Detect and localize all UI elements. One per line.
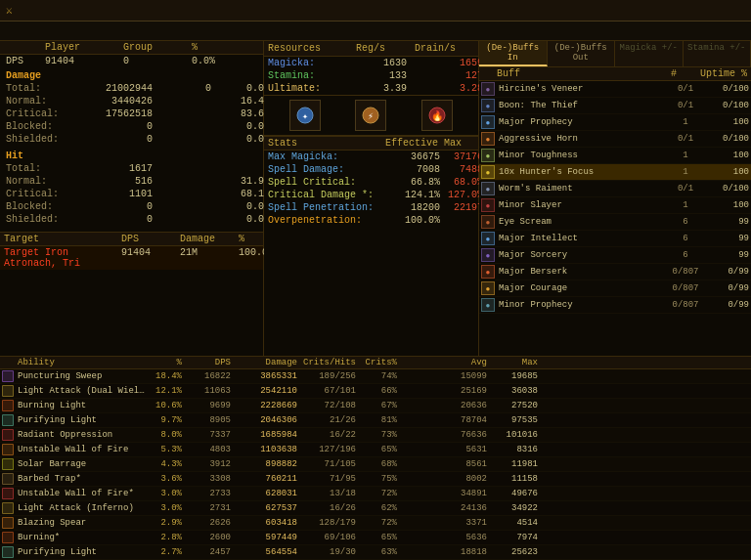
- buff-item: ● Worm's Raiment 0/1 0/100: [479, 181, 751, 197]
- ability-name: Burning*: [18, 533, 145, 542]
- buff-item: ● Eye Scream 6 99: [479, 214, 751, 231]
- ability-avg: 3371: [436, 518, 487, 528]
- ability-dps: 7337: [182, 430, 231, 440]
- left-panel: Player Group % DPS 91404 0 0.0% Damage T…: [0, 41, 264, 356]
- ability-critpct: 75%: [356, 474, 397, 484]
- ability-pct: 12.1%: [145, 386, 182, 396]
- ability-crits: 71/105: [297, 459, 356, 469]
- ability-max: 27520: [487, 401, 538, 410]
- ability-max: 19685: [487, 371, 538, 381]
- maxmagicka-row: Max Magicka: 36675 37176: [264, 151, 478, 163]
- ability-avg: 78704: [436, 415, 487, 425]
- skill-icon-3[interactable]: 🔥: [421, 100, 453, 131]
- ability-row: Burning Light 10.6% 9699 2228669 72/108 …: [0, 399, 751, 413]
- resources-section: Resources Reg/s Drain/s Magicka: 1630 16…: [264, 41, 478, 96]
- buff-uptime: 100: [700, 167, 749, 177]
- skill-icon-2[interactable]: ⚡: [355, 100, 386, 131]
- buff-item: ● Minor Prophecy 0/807 0/99: [479, 297, 751, 314]
- ability-avg: 24136: [436, 503, 487, 513]
- ability-name: Barbed Trap*: [18, 474, 145, 484]
- tab-stamina[interactable]: Stamina +/-: [684, 41, 752, 66]
- ability-row: Unstable Wall of Fire* 3.0% 2733 628031 …: [0, 487, 751, 501]
- spelldmg-row: Spell Damage: 7008 7488: [264, 163, 478, 176]
- buff-icon: ●: [481, 149, 495, 162]
- tab-magicka[interactable]: Magicka +/-: [615, 41, 684, 66]
- col-pct: %: [192, 42, 250, 53]
- ability-row: Light Attack (Dual Wield) 12.1% 11063 25…: [0, 384, 751, 399]
- ability-crits: 16/26: [297, 503, 356, 513]
- mid-icons-row: ✦ ⚡ 🔥: [264, 96, 478, 136]
- magicka-drain: 1659: [415, 58, 483, 68]
- ability-name: Unstable Wall of Fire: [18, 445, 145, 454]
- buff-item: ● 10x Hunter's Focus 1 100: [479, 164, 751, 181]
- spellpen-row: Spell Penetration: 18200 22197: [264, 201, 478, 214]
- ability-icon: [2, 414, 14, 426]
- hit-section-label: Hit: [0, 150, 263, 162]
- ability-crits: 21/26: [297, 415, 356, 425]
- buff-name: Aggressive Horn: [497, 134, 671, 144]
- ability-max: 11981: [487, 459, 538, 469]
- ability-dps: 2626: [182, 518, 231, 528]
- ability-row: Purifying Light 2.7% 2457 564554 19/30 6…: [0, 545, 751, 560]
- ability-dps: 2731: [182, 503, 231, 513]
- ability-row: Puncturing Sweep 18.4% 16822 3865331 189…: [0, 369, 751, 384]
- buff-count: 0/1: [671, 101, 700, 110]
- stats-section: Stats Effective Max Max Magicka: 36675 3…: [264, 136, 478, 227]
- ability-pct: 3.0%: [145, 489, 182, 498]
- buff-icon: ●: [481, 281, 495, 295]
- damage-normal-row: Normal: 3440426 16.4%: [0, 95, 263, 108]
- ability-crits: 16/22: [297, 430, 356, 440]
- ability-max: 7974: [487, 533, 538, 542]
- ability-critpct: 73%: [356, 430, 397, 440]
- buff-count: 1: [671, 151, 700, 160]
- buff-tabs: (De-)Buffs In (De-)Buffs Out Magicka +/-…: [479, 41, 751, 67]
- ability-crits: 71/95: [297, 474, 356, 484]
- ability-dmg: 603418: [231, 518, 297, 528]
- buff-icon: ●: [481, 132, 495, 146]
- damage-total-row: Total: 21002944 0 0.0%: [0, 82, 263, 95]
- buff-count: 1: [671, 117, 700, 127]
- svg-text:⚡: ⚡: [368, 111, 374, 122]
- skill-icon-1[interactable]: ✦: [289, 100, 321, 131]
- ability-icon: [2, 429, 14, 441]
- ability-dmg: 2228669: [231, 401, 297, 410]
- buff-uptime: 0/99: [700, 267, 749, 277]
- buff-name: Major Prophecy: [497, 117, 671, 127]
- buff-count: 1: [671, 167, 700, 177]
- top-bar: ⚔: [0, 0, 751, 22]
- ability-dmg: 628031: [231, 489, 297, 498]
- resources-header: Resources Reg/s Drain/s: [264, 41, 478, 57]
- right-panel: (De-)Buffs In (De-)Buffs Out Magicka +/-…: [479, 41, 751, 356]
- magicka-row: Magicka: 1630 1659: [264, 57, 478, 69]
- ability-dmg: 3865331: [231, 371, 297, 381]
- buff-name: Major Berserk: [497, 267, 671, 277]
- ability-name: Unstable Wall of Fire*: [18, 489, 145, 498]
- target-name: Target Iron Atronach, Tri: [4, 247, 121, 269]
- ability-dps: 2600: [182, 533, 231, 542]
- ultimate-label: Ultimate:: [268, 83, 356, 94]
- ability-critpct: 72%: [356, 489, 397, 498]
- tab-buffs-in[interactable]: (De-)Buffs In: [479, 41, 548, 66]
- buff-item: ● Major Intellect 6 99: [479, 231, 751, 247]
- target-row: Target Iron Atronach, Tri 91404 21M 100.…: [0, 246, 263, 270]
- tab-buffs-out[interactable]: (De-)Buffs Out: [548, 41, 616, 66]
- buff-name: Minor Slayer: [497, 200, 671, 210]
- buff-name: Major Sorcery: [497, 250, 671, 260]
- ability-dps: 3308: [182, 474, 231, 484]
- ability-pct: 2.8%: [145, 533, 182, 542]
- ability-avg: 5636: [436, 533, 487, 542]
- buff-uptime: 100: [700, 200, 749, 210]
- ability-avg: 20636: [436, 401, 487, 410]
- buff-item: ● Major Sorcery 6 99: [479, 247, 751, 264]
- buff-name: Hircine's Veneer: [497, 84, 671, 94]
- ability-row: Solar Barrage 4.3% 3912 898882 71/105 68…: [0, 457, 751, 472]
- buff-icon: ●: [481, 248, 495, 262]
- hit-shielded-row: Shielded: 0 0.0%: [0, 213, 263, 226]
- ability-pct: 5.3%: [145, 445, 182, 454]
- ability-critpct: 68%: [356, 459, 397, 469]
- ability-dps: 16822: [182, 371, 231, 381]
- ability-dmg: 1685984: [231, 430, 297, 440]
- ability-dmg: 597449: [231, 533, 297, 542]
- buff-list: ● Hircine's Veneer 0/1 0/100 ● Boon: The…: [479, 81, 751, 356]
- buff-count: 6: [671, 250, 700, 260]
